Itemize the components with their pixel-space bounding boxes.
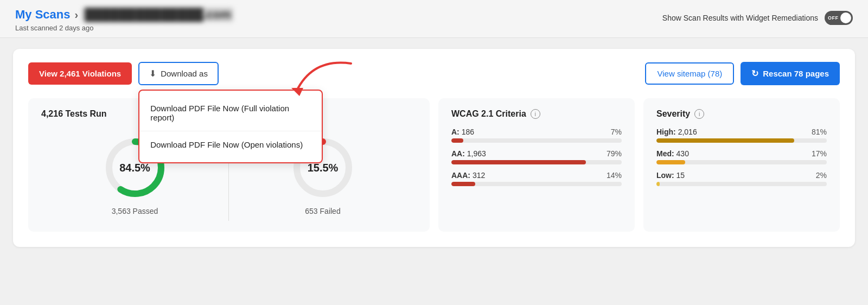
severity-label-low: Low: 15 <box>656 171 685 180</box>
wcag-title: WCAG 2.1 Criteria <box>451 109 526 119</box>
wcag-label-aa: AA: 1,963 <box>451 149 486 158</box>
severity-pct-low: 2% <box>816 171 827 180</box>
breadcrumb-separator: › <box>75 9 79 21</box>
severity-item-med: Med: 430 17% <box>656 149 827 164</box>
severity-title: Severity <box>656 109 690 119</box>
download-wrapper: ⬇ Download as Download PDF File Now (Fu <box>138 62 219 85</box>
severity-card: Severity i High: 2,016 81% Med: 430 17 <box>643 98 840 232</box>
severity-item-low: Low: 15 2% <box>656 171 827 186</box>
wcag-bar-row-a: A: 186 7% <box>451 128 622 136</box>
passed-count-label: 3,563 Passed <box>112 207 158 215</box>
severity-fill-low <box>656 182 660 186</box>
toggle-knob <box>840 12 851 23</box>
wcag-fill-a <box>451 138 463 143</box>
wcag-track-aaa <box>451 182 622 186</box>
wcag-label-aaa: AAA: 312 <box>451 171 485 180</box>
toolbar-left: View 2,461 Violations ⬇ Download as <box>28 62 219 85</box>
toggle-widget-remediations[interactable]: OFF <box>825 11 853 25</box>
severity-fill-high <box>656 138 794 143</box>
severity-track-med <box>656 160 827 164</box>
wcag-pct-a: 7% <box>611 128 622 136</box>
main-card: View 2,461 Violations ⬇ Download as <box>13 49 855 247</box>
severity-track-low <box>656 182 827 186</box>
failed-count-label: 653 Failed <box>305 207 340 215</box>
breadcrumb: My Scans › ██████████████.com <box>15 8 233 22</box>
rescan-button-label: Rescan 78 pages <box>763 69 829 78</box>
severity-track-high <box>656 138 827 143</box>
severity-bar-row-low: Low: 15 2% <box>656 171 827 180</box>
toggle-label: OFF <box>828 15 839 21</box>
wcag-bar-row-aaa: AAA: 312 14% <box>451 171 622 180</box>
breadcrumb-link[interactable]: My Scans <box>15 8 71 22</box>
dropdown-item-open-violations[interactable]: Download PDF File Now (Open violations) <box>139 131 322 158</box>
wcag-card: WCAG 2.1 Criteria i A: 186 7% AA: 1,963 <box>438 98 635 232</box>
download-dropdown: Download PDF File Now (Full violation re… <box>138 90 323 163</box>
wcag-bar-row-aa: AA: 1,963 79% <box>451 149 622 158</box>
severity-header: Severity i <box>656 109 827 119</box>
header-left: My Scans › ██████████████.com Last scann… <box>15 8 233 32</box>
severity-pct-high: 81% <box>812 128 827 136</box>
wcag-pct-aaa: 14% <box>607 171 622 180</box>
wcag-track-aa <box>451 160 622 164</box>
severity-label-med: Med: 430 <box>656 149 689 158</box>
wcag-fill-aaa <box>451 182 475 186</box>
severity-item-high: High: 2,016 81% <box>656 128 827 143</box>
header: My Scans › ██████████████.com Last scann… <box>0 0 868 38</box>
wcag-fill-aa <box>451 160 586 164</box>
wcag-item-aa: AA: 1,963 79% <box>451 149 622 164</box>
view-violations-button[interactable]: View 2,461 Violations <box>28 62 132 85</box>
download-button-label: Download as <box>161 69 208 78</box>
severity-fill-med <box>656 160 685 164</box>
main-content: View 2,461 Violations ⬇ Download as <box>0 38 868 258</box>
last-scanned: Last scanned 2 days ago <box>15 24 233 32</box>
severity-pct-med: 17% <box>812 149 827 158</box>
wcag-item-a: A: 186 7% <box>451 128 622 143</box>
severity-info-icon[interactable]: i <box>694 109 704 119</box>
toolbar: View 2,461 Violations ⬇ Download as <box>28 62 840 85</box>
download-icon: ⬇ <box>149 68 156 79</box>
severity-label-high: High: 2,016 <box>656 128 697 136</box>
wcag-pct-aa: 79% <box>607 149 622 158</box>
severity-bar-row-high: High: 2,016 81% <box>656 128 827 136</box>
wcag-item-aaa: AAA: 312 14% <box>451 171 622 186</box>
breadcrumb-domain: ██████████████.com <box>82 8 233 22</box>
view-sitemap-button[interactable]: View sitemap (78) <box>645 62 734 85</box>
dropdown-item-full-report[interactable]: Download PDF File Now (Full violation re… <box>139 95 322 131</box>
download-as-button[interactable]: ⬇ Download as <box>138 62 219 85</box>
rescan-icon: ↻ <box>751 68 758 79</box>
wcag-label-a: A: 186 <box>451 128 474 136</box>
header-right: Show Scan Results with Widget Remediatio… <box>662 11 853 25</box>
toolbar-right: View sitemap (78) ↻ Rescan 78 pages <box>645 62 840 85</box>
wcag-header: WCAG 2.1 Criteria i <box>451 109 622 119</box>
show-results-label: Show Scan Results with Widget Remediatio… <box>662 14 818 22</box>
wcag-track-a <box>451 138 622 143</box>
rescan-button[interactable]: ↻ Rescan 78 pages <box>741 62 840 85</box>
wcag-info-icon[interactable]: i <box>531 109 540 119</box>
severity-bar-row-med: Med: 430 17% <box>656 149 827 158</box>
